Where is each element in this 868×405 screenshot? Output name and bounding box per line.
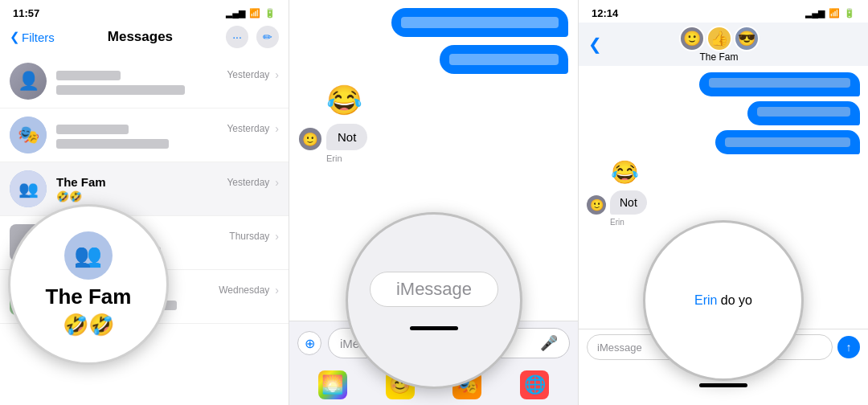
mag-avatar-1: 👥 bbox=[64, 231, 113, 280]
msg-preview-fam: 🤣🤣 bbox=[56, 190, 279, 202]
group-nav-bar: ❮ 🙂 👍 😎 The Fam bbox=[579, 22, 868, 66]
msg-name-row-fam: The Fam Yesterday › bbox=[56, 175, 279, 189]
chevron-icon-5: › bbox=[275, 284, 279, 297]
nav-bar-1: ❮ Filters Messages ··· ✏ bbox=[0, 22, 289, 55]
group-name: The Fam bbox=[699, 51, 738, 63]
chat-row-not: 🙂 Not bbox=[299, 124, 568, 150]
p3-blur-3 bbox=[725, 137, 850, 147]
msg-content-fam: The Fam Yesterday › 🤣🤣 bbox=[56, 175, 279, 202]
msg-preview-2 bbox=[56, 137, 279, 149]
mag2-input-field: iMessage bbox=[370, 272, 498, 307]
message-item-2[interactable]: 🎭 Yesterday › bbox=[0, 108, 289, 162]
group-avatar-2: 👍 bbox=[706, 26, 732, 51]
msg-time-1: Yesterday › bbox=[227, 68, 279, 81]
status-icons-3: ▂▄▆ 📶 🔋 bbox=[805, 8, 855, 18]
p3-not-wrap: 🙂 Not bbox=[587, 190, 860, 215]
p3-laugh-emoji: 😂 bbox=[611, 159, 860, 186]
apps-button[interactable]: ⊕ bbox=[297, 331, 321, 355]
send-button-3[interactable]: ↑ bbox=[837, 336, 860, 358]
imessage-label: iMessage bbox=[396, 279, 472, 299]
blur-inner-2 bbox=[449, 54, 559, 65]
msg-preview-1 bbox=[56, 83, 279, 95]
signal-icon: ▂▄▆ bbox=[226, 8, 245, 18]
chevron-icon-fam: › bbox=[275, 176, 279, 189]
p3-blur-bubble-1 bbox=[699, 72, 860, 96]
avatar-person-1: 👤 bbox=[10, 63, 47, 100]
home-indicator-3 bbox=[699, 383, 747, 387]
msg-name-row-2: Yesterday › bbox=[56, 121, 279, 135]
avatar-row: 🙂 👍 😎 bbox=[679, 26, 760, 51]
chevron-icon-2: › bbox=[275, 122, 279, 135]
p3-blur-bubble-3 bbox=[715, 130, 860, 154]
group-avatar-3: 😎 bbox=[734, 26, 760, 51]
mag-fam-title: The Fam bbox=[46, 284, 132, 309]
group-avatars: 🙂 👍 😎 The Fam bbox=[679, 26, 760, 63]
p3-blur-2 bbox=[757, 107, 850, 117]
blurred-name-2 bbox=[56, 125, 129, 134]
other-tray-icon[interactable]: 🌐 bbox=[520, 370, 549, 399]
avatar-emoji-fam: 👥 bbox=[10, 170, 47, 207]
battery-icon-3: 🔋 bbox=[844, 8, 855, 18]
message-item-1[interactable]: 👤 Yesterday › bbox=[0, 55, 289, 108]
magnifier-content-1: 👥 The Fam 🤣🤣 bbox=[46, 231, 132, 338]
chat-bubble-not: Not bbox=[326, 124, 367, 150]
msg-time-2: Yesterday › bbox=[227, 122, 279, 135]
status-icons-1: ▂▄▆ 📶 🔋 bbox=[226, 8, 276, 18]
p3-input-placeholder: iMessage bbox=[597, 342, 642, 354]
compose-button[interactable]: ✏ bbox=[256, 26, 279, 48]
avatar-1: 👤 bbox=[10, 63, 47, 100]
chat-avatar-left: 🙂 bbox=[299, 128, 321, 150]
magnifier-circle-1: 👥 The Fam 🤣🤣 bbox=[8, 204, 169, 365]
avatar-the-fam: 👥 bbox=[10, 170, 47, 207]
magnifier-circle-3: Erin do yo bbox=[643, 220, 804, 381]
nav-icons-1: ··· ✏ bbox=[226, 26, 279, 48]
msg-name-fam: The Fam bbox=[56, 175, 106, 189]
group-avatar-1: 🙂 bbox=[679, 26, 705, 51]
back-button-3[interactable]: ❮ bbox=[588, 35, 602, 54]
status-time-1: 11:57 bbox=[13, 7, 39, 19]
more-button[interactable]: ··· bbox=[226, 26, 248, 48]
detail-panel: 12:14 ▂▄▆ 📶 🔋 ❮ 🙂 👍 😎 The Fam bbox=[579, 0, 868, 405]
msg-content-1: Yesterday › bbox=[56, 68, 279, 95]
blur-bubble-top-2 bbox=[440, 45, 568, 74]
blurred-preview-2 bbox=[56, 139, 169, 149]
mag-fam-emoji: 🤣🤣 bbox=[46, 313, 132, 338]
mag3-text: Erin do yo bbox=[694, 293, 752, 308]
messages-list-panel: 11:57 ▂▄▆ 📶 🔋 ❮ Filters Messages ··· ✏ 👤 bbox=[0, 0, 289, 405]
status-time-3: 12:14 bbox=[592, 7, 618, 19]
chat-panel: 😂 🙂 Not Erin ⊕ iMessage 🎤 🌅 😊 🎭 🌐 iMessa… bbox=[289, 0, 579, 405]
blurred-name-1 bbox=[56, 71, 121, 80]
laugh-emoji: 😂 bbox=[326, 84, 568, 117]
battery-icon: 🔋 bbox=[264, 8, 276, 18]
msg-name-1 bbox=[56, 68, 121, 81]
wifi-icon-3: 📶 bbox=[829, 8, 840, 18]
chat-sender-erin: Erin bbox=[326, 153, 568, 163]
blurred-preview-1 bbox=[56, 85, 185, 95]
avatar-2: 🎭 bbox=[10, 117, 47, 153]
p3-bubble-not: Not bbox=[610, 190, 647, 215]
nav-title-1: Messages bbox=[108, 29, 173, 45]
blur-inner-1 bbox=[401, 17, 559, 28]
back-button-1[interactable]: ❮ Filters bbox=[10, 30, 55, 44]
p3-blur-1 bbox=[709, 78, 850, 88]
avatar-emoji-2: 🎭 bbox=[10, 117, 47, 153]
chevron-left-icon: ❮ bbox=[10, 30, 20, 44]
back-label-1: Filters bbox=[22, 31, 55, 44]
photos-tray-icon[interactable]: 🌅 bbox=[318, 370, 347, 399]
msg-content-2: Yesterday › bbox=[56, 121, 279, 149]
message-item-the-fam[interactable]: 👥 The Fam Yesterday › 🤣🤣 bbox=[0, 162, 289, 216]
audio-icon: 🎤 bbox=[540, 334, 558, 352]
status-bar-1: 11:57 ▂▄▆ 📶 🔋 bbox=[0, 0, 289, 22]
mag3-rest-text: do yo bbox=[717, 293, 752, 307]
home-indicator-2 bbox=[410, 326, 458, 330]
wifi-icon: 📶 bbox=[249, 8, 260, 18]
p3-blur-bubble-2 bbox=[747, 101, 860, 125]
msg-time-4: Thursday › bbox=[229, 230, 279, 243]
chevron-icon-4: › bbox=[275, 230, 279, 243]
mag2-inner: iMessage bbox=[348, 215, 520, 387]
mag3-erin-text: Erin bbox=[694, 293, 717, 307]
status-bar-3: 12:14 ▂▄▆ 📶 🔋 bbox=[579, 0, 868, 22]
blur-bubble-top-1 bbox=[391, 8, 568, 37]
chevron-icon-1: › bbox=[275, 68, 279, 81]
signal-icon-3: ▂▄▆ bbox=[805, 8, 825, 18]
